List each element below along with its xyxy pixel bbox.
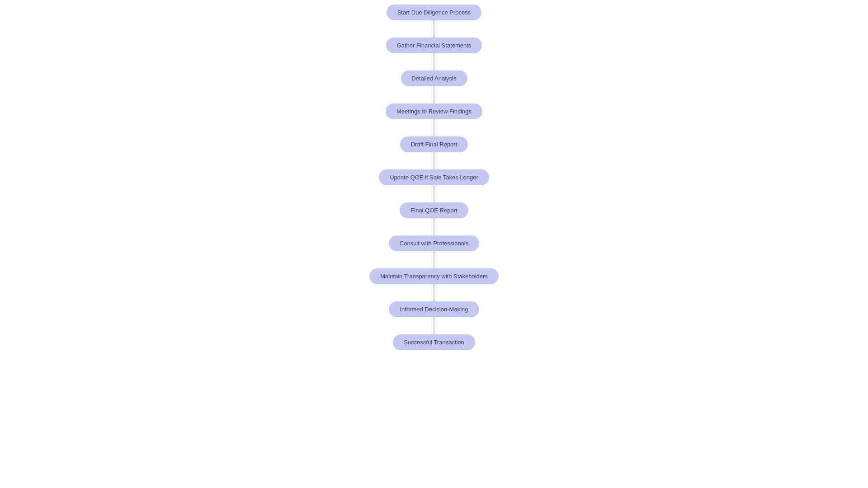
node-wrapper-transparency: Maintain Transparency with Stakeholders — [369, 268, 499, 301]
node-wrapper-draft: Draft Final Report — [400, 136, 468, 169]
connector-transparency — [434, 284, 434, 301]
connector-meetings — [434, 119, 434, 136]
flow-node-final-qoe[interactable]: Final QOE Report — [400, 202, 468, 218]
flow-node-start[interactable]: Start Due Diligence Process — [387, 5, 482, 20]
flow-node-transparency[interactable]: Maintain Transparency with Stakeholders — [369, 268, 499, 284]
flow-node-analysis[interactable]: Detailed Analysis — [401, 70, 467, 86]
node-wrapper-meetings: Meetings to Review Findings — [386, 103, 482, 136]
node-wrapper-start: Start Due Diligence Process — [387, 5, 482, 38]
flow-node-draft[interactable]: Draft Final Report — [400, 136, 468, 152]
node-wrapper-success: Successful Transaction — [393, 334, 475, 350]
flow-node-decision[interactable]: Informed Decision-Making — [389, 301, 479, 317]
connector-consult — [434, 251, 434, 268]
flow-node-consult[interactable]: Consult with Professionals — [389, 235, 479, 251]
connector-gather — [434, 53, 434, 70]
node-wrapper-consult: Consult with Professionals — [389, 235, 479, 268]
flow-node-gather[interactable]: Gather Financial Statements — [386, 38, 482, 53]
node-wrapper-decision: Informed Decision-Making — [389, 301, 479, 334]
node-wrapper-final-qoe: Final QOE Report — [400, 202, 468, 235]
connector-start — [434, 20, 434, 38]
connector-update — [434, 185, 434, 202]
flow-node-success[interactable]: Successful Transaction — [393, 334, 475, 350]
node-wrapper-analysis: Detailed Analysis — [401, 70, 467, 103]
connector-decision — [434, 317, 434, 334]
connector-draft — [434, 152, 434, 169]
node-wrapper-gather: Gather Financial Statements — [386, 38, 482, 70]
flow-node-meetings[interactable]: Meetings to Review Findings — [386, 103, 482, 119]
connector-analysis — [434, 86, 434, 103]
flow-node-update[interactable]: Update QOE if Sale Takes Longer — [379, 169, 489, 185]
flowchart-container: Start Due Diligence ProcessGather Financ… — [0, 0, 868, 350]
node-wrapper-update: Update QOE if Sale Takes Longer — [379, 169, 489, 202]
connector-final-qoe — [434, 218, 434, 235]
